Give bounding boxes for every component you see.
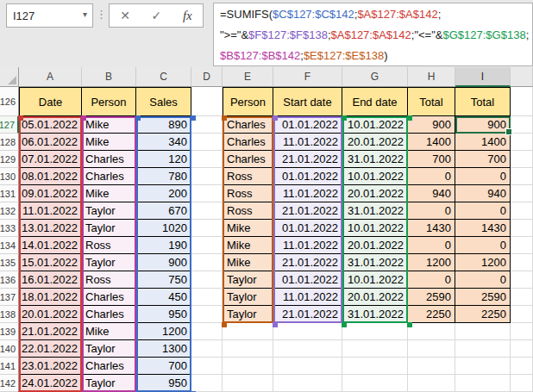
row-header-137[interactable]: 137 [0, 289, 19, 306]
cell-D140[interactable] [191, 340, 223, 358]
cell-partial130[interactable] [511, 168, 533, 185]
cell-G140[interactable] [342, 340, 408, 358]
cell-H133[interactable]: 1430 [408, 220, 455, 237]
cell-E129[interactable]: Charles [223, 151, 273, 168]
range-handle[interactable] [342, 115, 347, 121]
cell-A131[interactable]: 09.01.2022 [19, 185, 82, 202]
cell-I139[interactable] [455, 323, 511, 340]
cell-E127[interactable]: Charles [223, 116, 273, 134]
cell-E135[interactable]: Mike [223, 254, 273, 271]
cell-F137[interactable]: 11.01.2022 [273, 289, 342, 306]
range-handle[interactable] [407, 115, 412, 121]
cell-I140[interactable] [455, 340, 511, 358]
cell-F133[interactable]: 01.01.2022 [273, 220, 342, 237]
cell-partial137[interactable] [511, 289, 533, 306]
cell-E140[interactable] [223, 340, 273, 358]
cell-I130[interactable]: 0 [455, 168, 511, 185]
cell-A136[interactable]: 16.01.2022 [19, 271, 82, 289]
cell-A134[interactable]: 14.01.2022 [19, 237, 82, 254]
cell-E141[interactable] [223, 358, 273, 375]
cell-A139[interactable]: 21.01.2022 [19, 323, 82, 340]
cell-D141[interactable] [191, 358, 223, 375]
range-handle[interactable] [222, 115, 227, 121]
cell-B127[interactable]: Mike [82, 116, 136, 134]
cell-C132[interactable]: 670 [136, 202, 191, 220]
cell-H141[interactable] [408, 358, 455, 375]
cell-I132[interactable]: 0 [455, 202, 511, 220]
cell-E136[interactable]: Taylor [223, 271, 273, 289]
cell-F136[interactable]: 01.01.2022 [273, 271, 342, 289]
cell-C130[interactable]: 780 [136, 168, 191, 185]
cell-H129[interactable]: 700 [408, 151, 455, 168]
cell-G134[interactable]: 20.01.2022 [342, 237, 408, 254]
cell-D139[interactable] [191, 323, 223, 340]
cell-I133[interactable]: 1430 [455, 220, 511, 237]
range-handle[interactable] [342, 322, 347, 327]
cell-B136[interactable]: Ross [82, 271, 136, 289]
cell-A138[interactable]: 20.01.2022 [19, 306, 82, 323]
cell-G139[interactable] [342, 323, 408, 340]
cell-E131[interactable]: Ross [223, 185, 273, 202]
cell-partial131[interactable] [511, 185, 533, 202]
row-header-139[interactable]: 139 [0, 323, 19, 340]
cell-H138[interactable]: 2250 [408, 306, 455, 323]
cell-A135[interactable]: 15.01.2022 [19, 254, 82, 271]
cell-D131[interactable] [191, 185, 223, 202]
cell-F130[interactable]: 01.01.2022 [273, 168, 342, 185]
enter-icon[interactable]: ✓ [152, 9, 162, 22]
cell-B138[interactable]: Charles [82, 306, 136, 323]
cell-F129[interactable]: 21.01.2022 [273, 151, 342, 168]
cell-C140[interactable]: 1300 [136, 340, 191, 358]
cell-E138[interactable]: Taylor [223, 306, 273, 323]
cell-F127[interactable]: 01.01.2022 [273, 116, 342, 134]
cell-I128[interactable]: 1400 [455, 134, 511, 151]
cell-B135[interactable]: Taylor [82, 254, 136, 271]
cell-G142[interactable] [342, 375, 408, 392]
cell-F132[interactable]: 21.01.2022 [273, 202, 342, 220]
cell-H139[interactable] [408, 323, 455, 340]
row-header-130[interactable]: 130 [0, 168, 19, 185]
cell-partial126[interactable] [511, 87, 533, 116]
row-header-128[interactable]: 128 [0, 134, 19, 151]
column-header-A[interactable]: A [19, 67, 82, 87]
cell-H136[interactable]: 0 [408, 271, 455, 289]
column-header-partial[interactable] [511, 67, 533, 87]
cell-F141[interactable] [273, 358, 342, 375]
range-handle[interactable] [407, 322, 412, 327]
cell-H126[interactable]: Total [408, 87, 455, 116]
cell-H131[interactable]: 940 [408, 185, 455, 202]
row-header-142[interactable]: 142 [0, 375, 19, 392]
cell-A137[interactable]: 18.01.2022 [19, 289, 82, 306]
cell-C133[interactable]: 1020 [136, 220, 191, 237]
cell-B133[interactable]: Taylor [82, 220, 136, 237]
cancel-icon[interactable]: ✕ [120, 9, 130, 22]
cell-H134[interactable]: 0 [408, 237, 455, 254]
insert-function-icon[interactable]: fx [183, 9, 192, 23]
cell-partial132[interactable] [511, 202, 533, 220]
cell-D132[interactable] [191, 202, 223, 220]
cell-E139[interactable] [223, 323, 273, 340]
cell-A129[interactable]: 07.01.2022 [19, 151, 82, 168]
select-all-corner[interactable] [0, 67, 19, 87]
cell-partial141[interactable] [511, 358, 533, 375]
cell-C142[interactable]: 950 [136, 375, 191, 392]
cell-G132[interactable]: 31.01.2022 [342, 202, 408, 220]
cell-F139[interactable] [273, 323, 342, 340]
cell-partial136[interactable] [511, 271, 533, 289]
row-header-126[interactable]: 126 [0, 87, 19, 116]
cell-G131[interactable]: 20.01.2022 [342, 185, 408, 202]
cell-B126[interactable]: Person [82, 87, 136, 116]
cell-B140[interactable]: Taylor [82, 340, 136, 358]
cell-I135[interactable]: 1200 [455, 254, 511, 271]
cell-E126[interactable]: Person [223, 87, 273, 116]
row-header-134[interactable]: 134 [0, 237, 19, 254]
cell-D142[interactable] [191, 375, 223, 392]
cell-B141[interactable]: Charles [82, 358, 136, 375]
cell-E142[interactable] [223, 375, 273, 392]
cell-D134[interactable] [191, 237, 223, 254]
cell-partial142[interactable] [511, 375, 533, 392]
row-header-141[interactable]: 141 [0, 358, 19, 375]
cell-D137[interactable] [191, 289, 223, 306]
range-handle[interactable] [135, 115, 141, 121]
cell-F140[interactable] [273, 340, 342, 358]
